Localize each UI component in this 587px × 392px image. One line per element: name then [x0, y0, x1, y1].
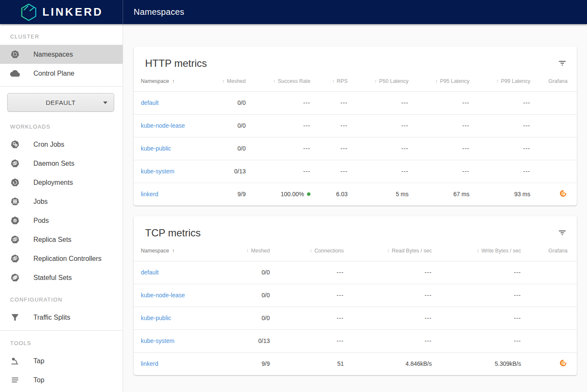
rps-cell: ---	[310, 137, 348, 160]
meshed-cell: 0/0	[218, 307, 270, 329]
filter-icon[interactable]	[557, 227, 568, 238]
namespace-selector[interactable]: DEFAULT	[7, 93, 114, 112]
grafana-icon[interactable]	[560, 190, 567, 197]
column-header-meshed[interactable]: ↑Meshed	[214, 72, 246, 91]
sidebar-item-jobs[interactable]: Jobs	[0, 192, 123, 211]
column-header-read-bytes-sec[interactable]: ↑Read Bytes / sec	[344, 241, 432, 261]
sidebar-item-cron-jobs[interactable]: Cron Jobs	[0, 135, 123, 154]
sidebar-item-label: Control Plane	[33, 70, 74, 77]
namespace-link[interactable]: kube-system	[141, 337, 174, 344]
namespaces-icon	[10, 49, 20, 60]
stateful-sets-icon	[10, 273, 20, 283]
meshed-cell: 0/13	[214, 160, 246, 183]
namespace-link[interactable]: kube-system	[141, 168, 174, 175]
rps-cell: ---	[310, 114, 348, 137]
sort-arrow-icon: ↑	[387, 247, 390, 254]
namespace-link[interactable]: default	[141, 269, 159, 276]
column-header-p95-latency[interactable]: ↑P95 Latency	[409, 72, 469, 91]
grafana-cell	[530, 114, 577, 137]
sidebar-item-replication-controllers[interactable]: Replication Controllers	[0, 249, 123, 268]
linkerd-logo[interactable]: LINKERD	[0, 0, 123, 24]
connections-cell: ---	[270, 307, 344, 329]
daemon-sets-icon	[10, 159, 20, 169]
sort-arrow-icon: ↑	[310, 247, 313, 254]
p99-cell: ---	[469, 114, 530, 137]
sidebar-item-deployments[interactable]: Deployments	[0, 173, 123, 192]
p95-cell: ---	[409, 160, 469, 183]
column-header-p99-latency[interactable]: ↑P99 Latency	[469, 72, 530, 91]
column-header-namespace[interactable]: Namespace↑	[134, 241, 218, 261]
sidebar-item-control-plane[interactable]: Control Plane	[0, 64, 123, 83]
table-row: default0/0---------------	[134, 91, 577, 114]
namespace-link[interactable]: linkerd	[141, 191, 158, 197]
sidebar-item-replica-sets[interactable]: Replica Sets	[0, 230, 123, 249]
control-plane-icon	[10, 69, 20, 79]
namespace-cell: kube-public	[134, 137, 214, 160]
http-metrics-title: HTTP metrics	[134, 47, 577, 72]
namespace-cell: default	[134, 91, 214, 114]
sidebar-item-label: Tap	[33, 357, 44, 365]
table-row: default0/0---------	[134, 261, 577, 284]
sidebar-item-daemon-sets[interactable]: Daemon Sets	[0, 154, 123, 173]
sidebar-item-traffic-splits[interactable]: Traffic Splits	[0, 308, 123, 327]
write_bytes-cell: ---	[432, 329, 521, 352]
table-row: kube-public0/0---------------	[134, 137, 577, 160]
write_bytes-cell: ---	[432, 307, 521, 329]
app-bar: LINKERD Namespaces	[0, 0, 587, 24]
namespace-link[interactable]: kube-node-lease	[141, 122, 185, 129]
section-label-tools: TOOLS	[0, 331, 123, 351]
http-metrics-card: HTTP metrics Namespace↑↑Meshed↑Success R…	[134, 47, 577, 206]
success_rate-cell: ---	[246, 91, 310, 114]
table-row: kube-public0/0---------	[134, 307, 577, 329]
write_bytes-cell: ---	[432, 261, 521, 284]
grafana-cell	[521, 352, 577, 375]
success_rate-cell: ---	[246, 137, 310, 160]
rps-cell: ---	[310, 160, 348, 183]
grafana-icon[interactable]	[560, 359, 567, 367]
p95-cell: ---	[409, 114, 469, 137]
column-header-meshed[interactable]: ↑Meshed	[218, 241, 270, 261]
grafana-cell	[530, 91, 577, 114]
replica-sets-icon	[10, 235, 20, 245]
column-header-success-rate[interactable]: ↑Success Rate	[246, 72, 310, 91]
sidebar-item-label: Deployments	[33, 179, 73, 186]
namespace-link[interactable]: linkerd	[141, 360, 158, 367]
meshed-cell: 0/0	[214, 114, 246, 137]
connections-cell: ---	[270, 261, 344, 284]
grafana-cell	[521, 329, 577, 352]
namespace-cell: linkerd	[134, 352, 218, 375]
namespace-link[interactable]: kube-node-lease	[141, 292, 185, 299]
table-row: kube-node-lease0/0---------------	[134, 114, 577, 137]
column-header-p50-latency[interactable]: ↑P50 Latency	[348, 72, 409, 91]
column-header-write-bytes-sec[interactable]: ↑Write Bytes / sec	[432, 241, 521, 261]
filter-icon[interactable]	[557, 58, 568, 69]
column-header-rps[interactable]: ↑RPS	[310, 72, 348, 91]
table-row: kube-node-lease0/0---------	[134, 284, 577, 307]
namespace-link[interactable]: kube-public	[141, 145, 171, 152]
namespace-link[interactable]: kube-public	[141, 315, 171, 321]
namespace-cell: kube-node-lease	[134, 284, 218, 307]
success_rate-cell: ---	[246, 114, 310, 137]
meshed-cell: 9/9	[218, 352, 270, 375]
sidebar-item-stateful-sets[interactable]: Stateful Sets	[0, 268, 123, 287]
p99-cell: 93 ms	[469, 183, 530, 206]
column-header-namespace[interactable]: Namespace↑	[134, 72, 214, 91]
sidebar-item-label: Replication Controllers	[33, 255, 101, 263]
traffic-splits-icon	[10, 313, 20, 323]
sidebar-item-tap[interactable]: Tap	[0, 351, 123, 370]
namespace-link[interactable]: default	[141, 99, 159, 106]
p99-cell: ---	[469, 91, 530, 114]
sidebar-item-label: Daemon Sets	[33, 160, 74, 167]
sidebar-item-namespaces[interactable]: Namespaces	[0, 45, 123, 64]
pods-icon	[10, 216, 20, 226]
sidebar-item-top[interactable]: Top	[0, 370, 123, 389]
table-row: linkerd9/9514.846kB/s5.309kB/s	[134, 352, 577, 375]
grafana-cell	[530, 183, 577, 206]
success_rate-cell: 100.00%	[246, 183, 310, 206]
sort-arrow-icon: ↑	[222, 78, 225, 84]
tap-icon	[10, 356, 20, 366]
column-header-connections[interactable]: ↑Connections	[270, 241, 344, 261]
connections-cell: 51	[270, 352, 344, 375]
grafana-cell	[521, 284, 577, 307]
sidebar-item-pods[interactable]: Pods	[0, 211, 123, 230]
